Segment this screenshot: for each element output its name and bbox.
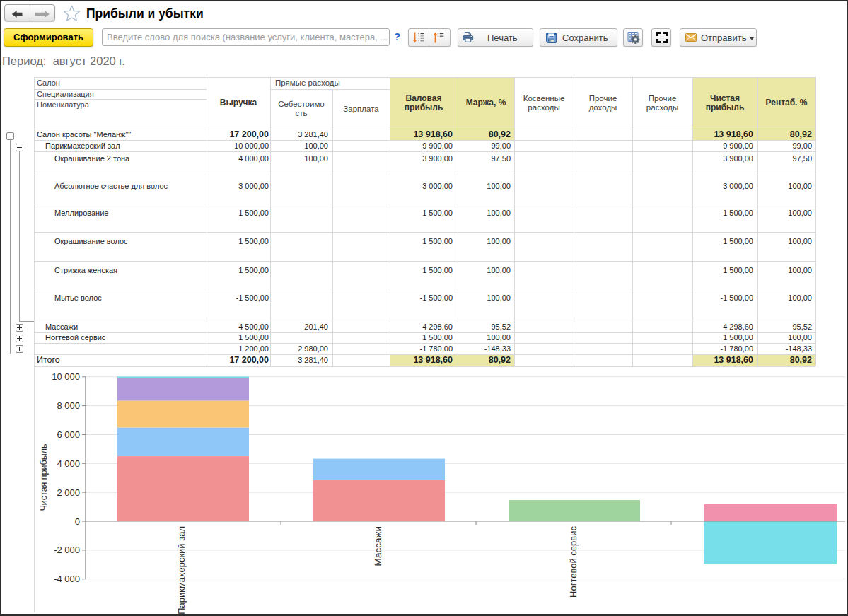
svg-text:6 000: 6 000	[57, 429, 80, 440]
svg-text:Ногтевой сервис: Ногтевой сервис	[568, 526, 579, 598]
svg-text:10 000: 10 000	[52, 371, 80, 382]
svg-text:Чистая прибыль: Чистая прибыль	[39, 444, 49, 511]
svg-text:0: 0	[75, 516, 80, 527]
svg-text:Массажи: Массажи	[373, 526, 383, 566]
svg-text:-2 000: -2 000	[54, 545, 80, 555]
svg-text:8 000: 8 000	[57, 400, 80, 411]
svg-text:-4 000: -4 000	[54, 574, 80, 584]
svg-text:2 000: 2 000	[57, 487, 80, 498]
svg-text:4 000: 4 000	[57, 458, 80, 469]
svg-text:Парикмахерский зал: Парикмахерский зал	[176, 526, 187, 614]
